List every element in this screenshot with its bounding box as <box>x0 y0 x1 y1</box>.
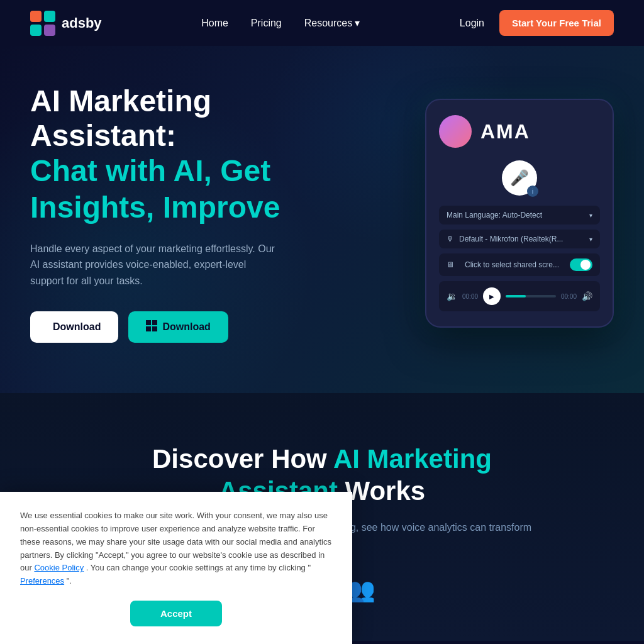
screen-label: Click to select shared scre... <box>465 260 559 269</box>
preferences-link[interactable]: Preferences <box>20 576 64 586</box>
language-selector[interactable]: Main Language: Auto-Detect ▾ <box>439 206 600 225</box>
hero-title-accent: Chat with AI, Get Insights, Improve <box>30 153 357 225</box>
mic-button[interactable]: 🎤 i <box>502 160 537 196</box>
mic-selector[interactable]: 🎙 Default - Mikrofon (Realtek(R... ▾ <box>439 230 600 248</box>
screen-icon: 🖥 <box>447 260 454 269</box>
svg-rect-2 <box>30 25 42 36</box>
toggle-knob <box>580 260 591 270</box>
svg-rect-5 <box>152 320 157 325</box>
audio-player: 🔉 00:00 ▶ 00:00 🔊 <box>439 281 600 311</box>
svg-rect-1 <box>44 11 55 22</box>
download-buttons: Download Download <box>30 311 357 343</box>
nav-resources[interactable]: Resources ▾ <box>304 17 360 29</box>
cookie-text: We use essential cookies to make our sit… <box>20 509 332 588</box>
chevron-down-icon: ▾ <box>589 212 592 219</box>
hero-content: AI Marketing Assistant: Chat with AI, Ge… <box>30 84 357 343</box>
phone-mockup: AMA 🎤 i Main Language: Auto-Detect ▾ 🎙 D… <box>425 99 614 328</box>
svg-rect-7 <box>152 326 157 331</box>
volume-up-icon: 🔊 <box>582 291 592 301</box>
cookie-policy-link[interactable]: Cookie Policy <box>34 563 84 572</box>
logo[interactable]: adsby <box>30 11 102 36</box>
svg-rect-0 <box>30 11 42 22</box>
svg-rect-3 <box>44 25 55 36</box>
volume-down-icon: 🔉 <box>447 291 457 301</box>
nav-actions: Login Start Your Free Trial <box>460 10 614 36</box>
brand-name: adsby <box>62 15 102 31</box>
windows-icon <box>146 320 157 334</box>
logo-icon <box>30 11 55 36</box>
hero-title: AI Marketing Assistant: Chat with AI, Ge… <box>30 84 357 226</box>
nav-home[interactable]: Home <box>201 18 228 29</box>
audio-progress-bar[interactable] <box>506 295 556 297</box>
time-end: 00:00 <box>561 293 577 300</box>
nav-pricing[interactable]: Pricing <box>251 18 282 29</box>
navbar: adsby Home Pricing Resources ▾ Login Sta… <box>0 0 644 46</box>
svg-rect-6 <box>146 326 151 331</box>
language-label: Main Language: Auto-Detect <box>447 211 542 219</box>
microphone-icon: 🎤 <box>510 169 529 187</box>
time-start: 00:00 <box>462 293 478 300</box>
ama-title: AMA <box>480 120 530 143</box>
nav-links: Home Pricing Resources ▾ <box>201 17 360 29</box>
screen-share-toggle[interactable] <box>570 258 592 271</box>
audio-progress-fill <box>506 295 526 297</box>
download-mac-button[interactable]: Download <box>30 311 118 343</box>
chevron-down-icon: ▾ <box>589 236 592 243</box>
info-badge: i <box>527 186 538 197</box>
login-button[interactable]: Login <box>460 18 484 29</box>
cookie-banner: We use essential cookies to make our sit… <box>0 492 352 644</box>
phone-controls: Main Language: Auto-Detect ▾ 🎙 Default -… <box>439 206 600 276</box>
ama-avatar <box>439 115 472 148</box>
screen-share-row[interactable]: 🖥 Click to select shared scre... <box>439 253 600 276</box>
discover-title-accent: AI Marketing <box>333 444 492 474</box>
svg-rect-4 <box>146 320 151 325</box>
play-button[interactable]: ▶ <box>483 287 501 305</box>
chevron-down-icon: ▾ <box>355 17 360 29</box>
phone-mockup-container: AMA 🎤 i Main Language: Auto-Detect ▾ 🎙 D… <box>425 99 614 328</box>
hero-subtitle: Handle every aspect of your marketing ef… <box>30 241 282 289</box>
mic-selector-icon: 🎙 <box>447 235 454 243</box>
mic-selector-label: Default - Mikrofon (Realtek(R... <box>459 235 563 243</box>
download-win-button[interactable]: Download <box>128 311 228 343</box>
trial-button[interactable]: Start Your Free Trial <box>499 10 614 36</box>
ama-header: AMA <box>439 115 600 148</box>
hero-section: AI Marketing Assistant: Chat with AI, Ge… <box>0 46 644 393</box>
accept-button[interactable]: Accept <box>130 601 222 626</box>
